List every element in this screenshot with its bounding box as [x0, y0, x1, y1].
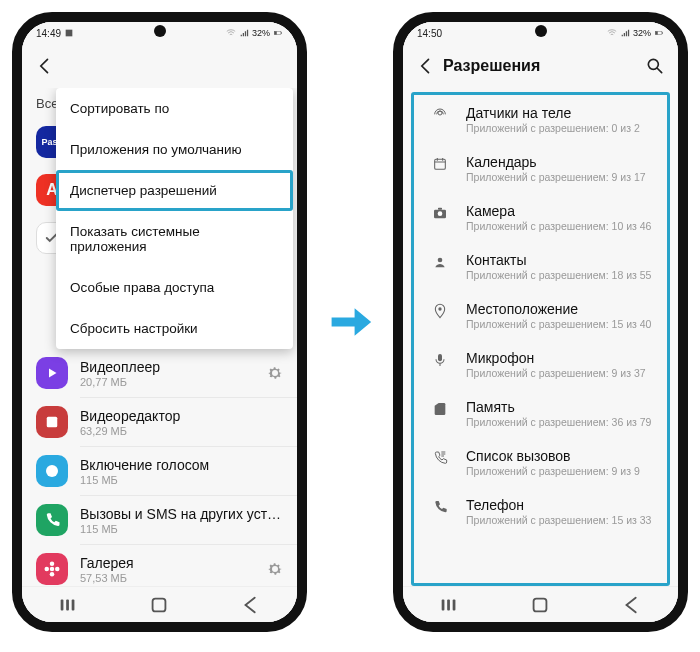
camera-notch: [535, 25, 547, 37]
svg-rect-26: [662, 32, 663, 34]
sensor-icon: [428, 107, 452, 123]
menu-sort[interactable]: Сортировать по: [56, 88, 293, 129]
wifi-icon: [226, 28, 236, 38]
perm-calendar[interactable]: КалендарьПриложений с разрешением: 9 из …: [414, 144, 667, 193]
status-time: 14:49: [36, 28, 61, 39]
phone-left: 14:49 32% Все Pass A: [12, 12, 307, 632]
phone-right: 14:50 32% Разрешения Датчики: [393, 12, 688, 632]
calendar-icon: [428, 156, 452, 172]
perm-camera[interactable]: КамераПриложений с разрешением: 10 из 46: [414, 193, 667, 242]
app-item-voicewake[interactable]: Включение голосом 115 МБ: [22, 447, 297, 495]
navigation-bar: [403, 586, 678, 622]
app-icon-bixby: [36, 455, 68, 487]
menu-default-apps[interactable]: Приложения по умолчанию: [56, 129, 293, 170]
svg-rect-20: [66, 30, 73, 37]
menu-permission-manager[interactable]: Диспетчер разрешений: [56, 170, 293, 211]
back-button[interactable]: [32, 56, 58, 76]
nav-back-button[interactable]: [240, 594, 262, 616]
storage-icon: [428, 401, 452, 417]
app-name: Видеоплеер: [80, 358, 263, 376]
header: [22, 44, 297, 88]
arrow-icon: [327, 299, 373, 345]
navigation-bar: [22, 586, 297, 622]
menu-show-system[interactable]: Показать системные приложения: [56, 211, 293, 267]
gear-icon[interactable]: [263, 560, 287, 578]
page-title: Разрешения: [439, 57, 642, 75]
app-icon-play: [36, 357, 68, 389]
signal-icon: [620, 28, 630, 38]
svg-rect-23: [281, 32, 282, 34]
camera-notch: [154, 25, 166, 37]
app-size: 20,77 МБ: [80, 376, 263, 388]
svg-rect-25: [655, 31, 658, 34]
options-menu: Сортировать по Приложения по умолчанию Д…: [56, 88, 293, 349]
mic-icon: [428, 352, 452, 368]
perm-body-sensors[interactable]: Датчики на телеПриложений с разрешением:…: [414, 95, 667, 144]
svg-rect-22: [274, 31, 277, 34]
recents-button[interactable]: [438, 594, 460, 616]
permissions-list: Датчики на телеПриложений с разрешением:…: [411, 92, 670, 586]
app-icon-editor: [36, 406, 68, 438]
back-button[interactable]: [413, 56, 439, 76]
gear-icon[interactable]: [263, 364, 287, 382]
recents-button[interactable]: [57, 594, 79, 616]
header: Разрешения: [403, 44, 678, 88]
battery-text: 32%: [633, 28, 651, 38]
signal-icon: [239, 28, 249, 38]
camera-icon: [428, 205, 452, 221]
wifi-icon: [607, 28, 617, 38]
app-icon-call: [36, 504, 68, 536]
home-button[interactable]: [529, 594, 551, 616]
app-item-videoeditor[interactable]: Видеоредактор 63,29 МБ: [22, 398, 297, 446]
menu-special-access[interactable]: Особые права доступа: [56, 267, 293, 308]
battery-icon: [273, 28, 283, 38]
contacts-icon: [428, 254, 452, 270]
app-item-videoplayer[interactable]: Видеоплеер 20,77 МБ: [22, 349, 297, 397]
battery-text: 32%: [252, 28, 270, 38]
calllog-icon: [428, 450, 452, 466]
nav-back-button[interactable]: [621, 594, 643, 616]
status-icon: [64, 28, 74, 38]
app-item-gallery[interactable]: Галерея 57,53 МБ: [22, 545, 297, 586]
search-button[interactable]: [642, 56, 668, 76]
app-icon-gallery: [36, 553, 68, 585]
perm-location[interactable]: МестоположениеПриложений с разрешением: …: [414, 291, 667, 340]
menu-reset[interactable]: Сбросить настройки: [56, 308, 293, 349]
battery-icon: [654, 28, 664, 38]
perm-contacts[interactable]: КонтактыПриложений с разрешением: 18 из …: [414, 242, 667, 291]
perm-microphone[interactable]: МикрофонПриложений с разрешением: 9 из 3…: [414, 340, 667, 389]
phone-icon: [428, 499, 452, 515]
status-time: 14:50: [417, 28, 442, 39]
perm-phone[interactable]: ТелефонПриложений с разрешением: 15 из 3…: [414, 487, 667, 536]
location-icon: [428, 303, 452, 319]
perm-storage[interactable]: ПамятьПриложений с разрешением: 36 из 79: [414, 389, 667, 438]
perm-calllog[interactable]: Список вызововПриложений с разрешением: …: [414, 438, 667, 487]
app-item-callsms[interactable]: Вызовы и SMS на других устро... 115 МБ: [22, 496, 297, 544]
home-button[interactable]: [148, 594, 170, 616]
